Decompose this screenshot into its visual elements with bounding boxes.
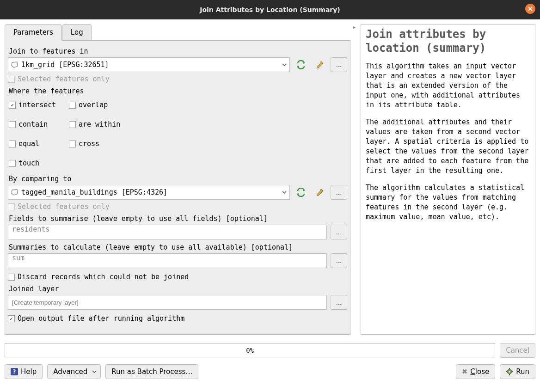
compare-layer-value: tagged_manila_buildings [EPSG:4326]: [21, 188, 167, 196]
predicate-contain-checkbox[interactable]: [9, 121, 16, 128]
selected-only-1-checkbox: [8, 76, 15, 83]
settings-button-1[interactable]: [312, 57, 327, 72]
predicate-within-label: are within: [79, 120, 120, 129]
help-title: Join attributes by location (summary): [366, 27, 530, 55]
discard-checkbox[interactable]: [8, 274, 15, 281]
predicates-grid: intersect overlap contain are within equ…: [9, 98, 347, 170]
polygon-layer-icon: [11, 61, 18, 68]
tab-log[interactable]: Log: [62, 24, 92, 41]
label-selected-only-2: Selected features only: [18, 202, 110, 211]
predicate-intersect-label: intersect: [18, 101, 56, 109]
run-button[interactable]: Run: [500, 364, 535, 379]
titlebar: Join Attributes by Location (Summary): [0, 0, 540, 19]
selected-only-2-checkbox: [8, 203, 15, 210]
close-icon: [528, 6, 533, 12]
progress-text: 0%: [246, 347, 254, 354]
browse-summaries-button[interactable]: …: [331, 253, 347, 268]
predicate-equal-checkbox[interactable]: [9, 141, 16, 147]
help-button-label: Help: [21, 368, 37, 376]
svg-marker-1: [12, 190, 18, 195]
progress-bar: 0%: [5, 343, 495, 357]
label-fields-summarise: Fields to summarise (leave empty to use …: [9, 214, 346, 223]
chevron-down-icon: [282, 63, 287, 66]
label-by-comparing: By comparing to: [9, 175, 346, 183]
help-panel: Join attributes by location (summary) Th…: [361, 24, 535, 335]
label-joined-layer: Joined layer: [9, 285, 346, 293]
browse-input-button[interactable]: …: [331, 57, 347, 72]
open-output-checkbox[interactable]: [8, 315, 15, 322]
close-button[interactable]: ✖ Close: [456, 364, 495, 379]
iterate-button-2[interactable]: [294, 185, 308, 200]
predicate-overlap-checkbox[interactable]: [69, 102, 76, 109]
run-button-label: Run: [516, 368, 529, 376]
polygon-layer-icon-2: [11, 189, 18, 196]
predicate-touch-checkbox[interactable]: [9, 160, 16, 167]
close-button-label: Close: [470, 368, 489, 376]
help-paragraph-1: This algorithm takes an input vector lay…: [366, 61, 530, 110]
input-layer-value: 1km_grid [EPSG:32651]: [21, 61, 109, 69]
predicate-cross-label: cross: [79, 140, 99, 148]
label-where: Where the features: [9, 87, 346, 95]
predicate-overlap-label: overlap: [79, 101, 108, 109]
help-paragraph-3: The algorithm calculates a statistical s…: [366, 183, 530, 222]
label-selected-only-1: Selected features only: [18, 75, 110, 83]
splitter-handle[interactable]: [353, 24, 358, 335]
chevron-down-icon-3: [92, 370, 97, 373]
label-discard: Discard records which could not be joine…: [18, 273, 189, 281]
compare-layer-combo[interactable]: tagged_manila_buildings [EPSG:4326]: [8, 185, 290, 200]
close-x-icon: ✖: [462, 368, 468, 376]
window-title: Join Attributes by Location (Summary): [200, 6, 340, 13]
predicate-contain-label: contain: [18, 120, 48, 129]
fields-input-value: residents: [12, 225, 49, 233]
browse-compare-button[interactable]: …: [331, 185, 347, 200]
input-layer-combo[interactable]: 1km_grid [EPSG:32651]: [8, 57, 290, 72]
help-icon: ?: [11, 368, 18, 375]
settings-button-2[interactable]: [312, 185, 327, 200]
predicate-intersect-checkbox[interactable]: [9, 102, 16, 109]
iterate-icon: [296, 60, 306, 69]
chevron-down-icon-2: [282, 191, 287, 194]
advanced-button[interactable]: Advanced: [47, 364, 101, 379]
svg-marker-0: [12, 62, 18, 67]
window-close-button[interactable]: [525, 4, 535, 14]
gear-icon: [506, 368, 513, 375]
iterate-icon: [296, 188, 306, 197]
wrench-icon: [315, 60, 324, 69]
label-join-to: Join to features in: [9, 47, 346, 55]
tab-parameters[interactable]: Parameters: [5, 24, 62, 41]
svg-point-3: [509, 371, 510, 373]
predicate-touch-label: touch: [18, 159, 39, 167]
summaries-input-value: sum: [12, 254, 25, 262]
predicate-equal-label: equal: [18, 140, 39, 148]
fields-input[interactable]: residents: [8, 225, 327, 239]
help-button[interactable]: ? Help: [5, 364, 43, 379]
tab-bar: Parameters Log: [5, 24, 350, 41]
predicate-within-checkbox[interactable]: [69, 121, 76, 128]
output-input[interactable]: [8, 295, 327, 310]
iterate-button[interactable]: [294, 57, 308, 72]
browse-fields-button[interactable]: …: [331, 225, 347, 239]
label-open-output: Open output file after running algorithm: [18, 314, 184, 323]
label-summaries: Summaries to calculate (leave empty to u…: [9, 243, 346, 251]
parameters-panel: Join to features in 1km_grid [EPSG:32651…: [5, 40, 350, 335]
cancel-button: Cancel: [500, 343, 535, 358]
help-paragraph-2: The additional attributes and their valu…: [366, 117, 530, 176]
batch-button[interactable]: Run as Batch Process…: [105, 364, 198, 379]
summaries-input[interactable]: sum: [8, 253, 327, 268]
predicate-cross-checkbox[interactable]: [69, 141, 76, 147]
advanced-button-label: Advanced: [53, 368, 87, 376]
wrench-icon: [315, 188, 324, 197]
browse-output-button[interactable]: …: [331, 295, 347, 310]
